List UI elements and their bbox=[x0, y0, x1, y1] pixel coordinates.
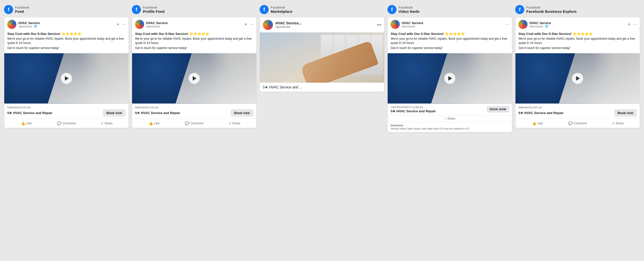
share-label: Share bbox=[447, 117, 455, 120]
comment-button[interactable]: 💬 Comment bbox=[46, 120, 86, 127]
ad-card-profile-feed: HVAC Service Sponsored ✕ ⋯ Stay Cool wit… bbox=[132, 17, 257, 128]
close-icon[interactable]: ✕ bbox=[244, 22, 247, 26]
sponsored-label: Sponsored bbox=[146, 25, 242, 28]
ad-video-thumbnail[interactable] bbox=[388, 53, 512, 103]
ad-description: We're your go-to for reliable HVAC repai… bbox=[7, 37, 126, 45]
like-label: Like bbox=[26, 122, 32, 125]
like-label: Like bbox=[154, 122, 159, 125]
platform-label: Facebook bbox=[143, 6, 165, 9]
fb-logo-profile-feed: f bbox=[132, 5, 141, 14]
ad-video-thumbnail[interactable] bbox=[515, 53, 640, 103]
ad-video-thumbnail[interactable] bbox=[4, 53, 129, 103]
share-button[interactable]: ↗ Share bbox=[214, 120, 254, 127]
advertiser-name: HVAC Service bbox=[402, 21, 503, 25]
more-icon[interactable]: ⋯ bbox=[122, 22, 126, 26]
more-icon[interactable]: ⋯ bbox=[250, 22, 253, 26]
share-row[interactable]: ⤴ Share bbox=[388, 115, 512, 122]
globe-icon: 🌐 bbox=[545, 25, 548, 28]
like-icon: 👍 bbox=[21, 121, 25, 125]
placement-header-profile-feed: f Facebook Profile Feed bbox=[132, 4, 165, 15]
share-button[interactable]: ↗ Share bbox=[598, 120, 638, 127]
globe-icon: 🌐 bbox=[34, 25, 37, 28]
ad-url: twtproperty.com.au bbox=[518, 106, 637, 109]
sponsored-label: Sponsored · 🌐 bbox=[18, 25, 114, 28]
avatar bbox=[391, 20, 400, 29]
comment-icon: 💬 bbox=[185, 121, 189, 125]
like-label: Like bbox=[537, 122, 543, 125]
advertiser-name: HVAC Service bbox=[530, 21, 626, 25]
ad-cta-text: Get in touch for superior service today! bbox=[135, 46, 253, 50]
ad-cta-text: Get in touch for superior service today! bbox=[518, 46, 637, 50]
ad-card-business-explore: HVAC Service Sponsored · 🌐 ✕ ⋯ Stay Cool… bbox=[515, 17, 640, 128]
like-button[interactable]: 👍 Like bbox=[6, 120, 46, 127]
close-icon[interactable]: ✕ bbox=[628, 22, 631, 26]
play-button[interactable] bbox=[61, 73, 72, 84]
advertiser-info: HVAC Service... Sponsored bbox=[275, 21, 374, 29]
share-button[interactable]: ↗ Share bbox=[87, 120, 127, 127]
header-actions: ✕ ⋯ bbox=[244, 22, 253, 26]
share-icon: ⤴ bbox=[444, 117, 446, 120]
comment-button[interactable]: 💬 Comment bbox=[174, 120, 214, 127]
ad-footer: twtproperty.com.au 5★ HVAC Service and R… bbox=[515, 103, 640, 119]
play-icon bbox=[65, 76, 69, 81]
placement-title-business-explore: Facebook Facebook Business Explore bbox=[526, 6, 577, 14]
more-icon[interactable]: ⋯ bbox=[633, 22, 637, 26]
comment-label: Comment bbox=[62, 122, 75, 125]
play-button[interactable] bbox=[189, 73, 200, 84]
service-name: 5★ HVAC Service and Repair bbox=[391, 109, 485, 113]
placement-title-video-feeds: Facebook Video feeds bbox=[398, 6, 420, 14]
share-label: Share bbox=[232, 122, 240, 125]
ad-header: HVAC Service Sponsored ⋯ bbox=[388, 17, 512, 30]
fb-logo-feed: f bbox=[4, 5, 13, 14]
service-name: 5★ HVAC Service and Repair bbox=[518, 111, 612, 115]
share-label: Share bbox=[104, 122, 112, 125]
service-label: 5★ HVAC Service and ... bbox=[260, 83, 384, 92]
service-name: 5★ HVAC Service and Repair bbox=[7, 111, 101, 115]
more-icon[interactable]: ⋯ bbox=[505, 22, 509, 26]
comment-button[interactable]: 💬 Comment bbox=[557, 120, 597, 127]
ad-body: Stay Cool with Our 5-Star Service! ⭐⭐⭐⭐⭐… bbox=[515, 30, 640, 53]
placement-title-marketplace: Facebook Marketplace bbox=[271, 6, 293, 14]
placement-title-profile-feed: Facebook Profile Feed bbox=[143, 6, 165, 14]
ad-cta-row: 5★ HVAC Service and Repair Book now bbox=[7, 109, 126, 117]
sponsored-label: Sponsored bbox=[275, 25, 374, 29]
ad-title: Stay Cool with Our 5-Star Service! ⭐⭐⭐⭐⭐ bbox=[391, 32, 509, 36]
placement-header-feed: f Facebook Feed bbox=[4, 4, 29, 15]
advertiser-info: HVAC Service Sponsored bbox=[402, 21, 503, 28]
avatar bbox=[518, 20, 528, 29]
placement-name: Profile Feed bbox=[143, 9, 165, 14]
placement-name: Feed bbox=[15, 9, 29, 14]
advertiser-name: HVAC Service... bbox=[275, 21, 374, 25]
play-button[interactable] bbox=[444, 73, 455, 84]
close-icon[interactable]: ✕ bbox=[116, 22, 119, 26]
like-button[interactable]: 👍 Like bbox=[134, 120, 174, 127]
cta-button[interactable]: BOOK NOW bbox=[487, 106, 509, 112]
cta-button[interactable]: Book now bbox=[614, 109, 637, 117]
cta-button[interactable]: Book now bbox=[231, 109, 253, 117]
service-name: 5★ HVAC Service and Repair bbox=[135, 111, 229, 115]
ad-actions: 👍 Like 💬 Comment ↗ Share bbox=[4, 119, 129, 128]
cta-button[interactable]: Book now bbox=[103, 109, 126, 117]
header-actions: ⋯ bbox=[505, 22, 509, 26]
video-url-name: TWTPROPERTY.COM.AU 5★ HVAC Service and R… bbox=[391, 106, 485, 113]
placement-header-marketplace: f Facebook Marketplace bbox=[260, 4, 293, 15]
comment-label: Comment bbox=[190, 122, 203, 125]
comment-label: Comment bbox=[574, 122, 587, 125]
ad-description: We're your go-to for reliable HVAC repai… bbox=[518, 37, 637, 45]
play-button[interactable] bbox=[572, 73, 583, 84]
marketplace-image[interactable] bbox=[260, 32, 384, 83]
like-button[interactable]: 👍 Like bbox=[517, 120, 557, 127]
play-icon bbox=[448, 76, 452, 81]
advertiser-info: HVAC Service Sponsored · 🌐 bbox=[530, 21, 626, 28]
ad-video-thumbnail[interactable] bbox=[132, 53, 256, 103]
ad-cta-row: 5★ HVAC Service and Repair Book now bbox=[518, 109, 637, 117]
advertiser-info: HVAC Service Sponsored bbox=[146, 21, 242, 28]
disclaimer: Disclaimer Vertical videos (with aspect … bbox=[388, 122, 512, 132]
platform-label: Facebook bbox=[271, 6, 293, 9]
platform-label: Facebook bbox=[526, 6, 577, 9]
ad-body: Stay Cool with Our 5-Star Service! ⭐⭐⭐⭐⭐… bbox=[132, 30, 256, 53]
avatar bbox=[7, 20, 16, 29]
ad-cta-text: Get in touch for superior service today! bbox=[7, 46, 126, 50]
more-icon[interactable]: ••• bbox=[377, 23, 381, 27]
fb-logo-business-explore: f bbox=[515, 5, 524, 14]
